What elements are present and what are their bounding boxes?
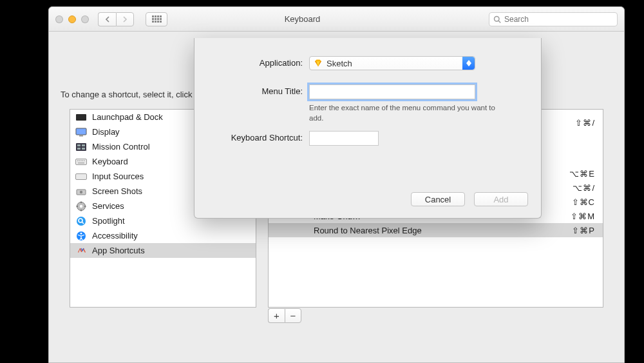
sidebar-item-label: Mission Control bbox=[92, 142, 150, 152]
input-sources-icon bbox=[75, 172, 87, 181]
minimize-window-button[interactable] bbox=[68, 15, 76, 23]
svg-point-25 bbox=[77, 217, 86, 226]
sidebar-item-label: App Shortcuts bbox=[92, 246, 145, 255]
svg-point-18 bbox=[80, 190, 82, 193]
add-button[interactable]: Add bbox=[474, 192, 528, 206]
search-field[interactable] bbox=[489, 12, 618, 26]
svg-rect-8 bbox=[82, 148, 85, 150]
menu-title-input[interactable] bbox=[309, 84, 475, 99]
search-icon bbox=[493, 15, 501, 23]
application-label: Application: bbox=[194, 56, 309, 68]
sidebar-item-app-shortcuts[interactable]: App Shortcuts bbox=[70, 243, 256, 258]
preferences-window: Keyboard To change a shortcut, select it… bbox=[48, 6, 625, 363]
application-value: Sketch bbox=[327, 59, 352, 68]
sidebar-item-label: Launchpad & Dock bbox=[92, 112, 163, 122]
menu-title-hint: Enter the exact name of the menu command… bbox=[309, 103, 502, 123]
shortcut-key: ⇧⌘P bbox=[572, 226, 595, 235]
close-window-button[interactable] bbox=[55, 15, 63, 23]
sketch-icon bbox=[314, 59, 323, 68]
shortcut-key: ⇧⌘C bbox=[572, 197, 595, 207]
sidebar-item-label: Screen Shots bbox=[92, 186, 142, 196]
keyboard-shortcut-input[interactable] bbox=[309, 131, 379, 146]
back-button[interactable] bbox=[98, 12, 116, 26]
titlebar: Keyboard bbox=[49, 7, 624, 32]
window-controls bbox=[55, 15, 89, 23]
shortcut-key: ⌥⌘/ bbox=[573, 183, 595, 193]
svg-rect-12 bbox=[80, 160, 82, 161]
shortcut-key: ⇧⌘M bbox=[571, 211, 595, 221]
svg-point-20 bbox=[80, 204, 82, 207]
add-remove-buttons: + − bbox=[268, 308, 301, 323]
mission-control-icon bbox=[75, 142, 87, 152]
svg-rect-5 bbox=[77, 144, 80, 146]
window-title: Keyboard bbox=[122, 14, 482, 24]
shortcut-key: ⇧⌘/ bbox=[575, 118, 595, 128]
shortcut-label: Round to Nearest Pixel Edge bbox=[314, 226, 422, 235]
svg-rect-2 bbox=[76, 128, 86, 135]
sidebar-item-label: Spotlight bbox=[92, 216, 125, 226]
add-shortcut-sheet: Application: Sketch Menu Title: Enter th… bbox=[194, 38, 542, 219]
sidebar-item-label: Display bbox=[92, 127, 120, 137]
sidebar-item-label: Accessibility bbox=[92, 231, 138, 240]
app-shortcuts-icon bbox=[75, 246, 87, 255]
sidebar-item-label: Keyboard bbox=[92, 157, 128, 166]
svg-rect-1 bbox=[76, 114, 86, 121]
services-icon bbox=[75, 202, 87, 211]
svg-rect-14 bbox=[84, 160, 85, 161]
svg-rect-16 bbox=[76, 173, 87, 179]
svg-rect-11 bbox=[79, 160, 80, 161]
svg-rect-7 bbox=[77, 148, 80, 150]
svg-rect-10 bbox=[77, 160, 79, 161]
zoom-window-button[interactable] bbox=[81, 15, 89, 23]
sidebar-item-accessibility[interactable]: Accessibility bbox=[70, 228, 256, 243]
svg-rect-15 bbox=[78, 162, 84, 164]
search-input[interactable] bbox=[504, 15, 613, 24]
shortcut-row[interactable]: Round to Nearest Pixel Edge ⇧⌘P bbox=[269, 223, 603, 237]
cancel-button[interactable]: Cancel bbox=[411, 192, 465, 206]
sidebar-item-label: Services bbox=[92, 201, 124, 211]
remove-shortcut-button[interactable]: − bbox=[285, 308, 301, 323]
screenshots-icon bbox=[75, 187, 87, 196]
svg-point-29 bbox=[80, 232, 82, 234]
shortcut-key: ⌥⌘E bbox=[569, 169, 595, 179]
svg-rect-6 bbox=[82, 144, 85, 146]
add-shortcut-button[interactable]: + bbox=[268, 308, 285, 323]
select-arrows-icon bbox=[462, 57, 475, 70]
spotlight-icon bbox=[75, 217, 87, 226]
sidebar-item-label: Input Sources bbox=[92, 172, 144, 181]
keyboard-icon bbox=[75, 157, 87, 166]
menu-title-label: Menu Title: bbox=[194, 84, 309, 96]
svg-point-0 bbox=[495, 16, 500, 21]
accessibility-icon bbox=[75, 231, 87, 240]
svg-rect-3 bbox=[79, 135, 83, 137]
svg-rect-13 bbox=[82, 160, 84, 161]
svg-rect-4 bbox=[76, 143, 86, 151]
display-icon bbox=[75, 128, 87, 137]
keyboard-shortcut-label: Keyboard Shortcut: bbox=[194, 131, 309, 142]
application-select[interactable]: Sketch bbox=[309, 56, 475, 70]
launchpad-icon bbox=[75, 113, 87, 122]
svg-rect-9 bbox=[76, 159, 87, 164]
